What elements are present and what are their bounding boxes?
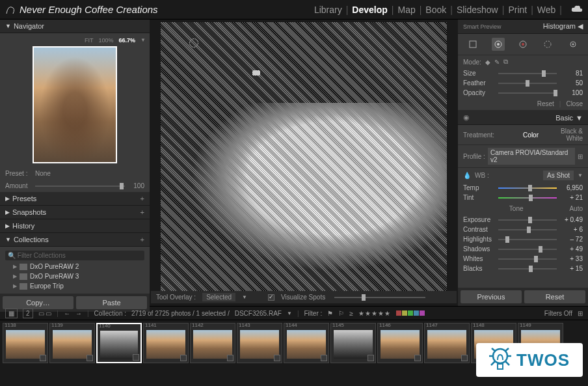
module-map[interactable]: Map: [397, 5, 415, 15]
flag-pick-icon[interactable]: ⚑: [327, 310, 333, 317]
view-index[interactable]: 2: [23, 309, 33, 318]
blacks-slider[interactable]: [498, 268, 557, 269]
filmstrip-thumb[interactable]: 1146: [377, 323, 423, 363]
filmstrip-thumb[interactable]: 1147: [424, 323, 470, 363]
gear-icon[interactable]: [567, 38, 580, 51]
module-book[interactable]: Book: [425, 5, 446, 15]
exposure-slider[interactable]: [498, 219, 557, 221]
whites-slider[interactable]: [498, 258, 557, 260]
heal-tool-icon[interactable]: [492, 38, 505, 51]
reset-button[interactable]: Reset: [524, 290, 585, 303]
feather-slider[interactable]: [498, 83, 557, 84]
flag-reject-icon[interactable]: ⚐: [338, 310, 344, 317]
filmstrip-thumb[interactable]: 1140: [96, 323, 142, 363]
module-web[interactable]: Web: [537, 5, 556, 15]
temp-slider[interactable]: [498, 187, 557, 189]
plus-icon[interactable]: +: [140, 195, 144, 202]
visualize-spots-checkbox[interactable]: [268, 294, 274, 301]
zoom-fit[interactable]: FIT: [85, 37, 94, 44]
module-library[interactable]: Library: [314, 5, 342, 15]
navigator-thumbnail[interactable]: [33, 46, 117, 163]
redeye-tool-icon[interactable]: [516, 38, 529, 51]
module-slideshow[interactable]: Slideshow: [457, 5, 498, 15]
chevron-down-icon[interactable]: ▼: [287, 310, 292, 316]
nav-back-icon[interactable]: ←: [64, 310, 70, 317]
copy-button[interactable]: Copy…: [3, 296, 74, 309]
shadows-slider-row: Shadows+ 49: [458, 244, 588, 254]
filter-collections-input[interactable]: 🔍 Filter Collections: [5, 251, 144, 260]
badge-icon: [133, 354, 139, 361]
collection-item[interactable]: ▶DxO PureRAW 3: [0, 271, 150, 281]
collection-item[interactable]: ▶DxO PureRAW 2: [0, 262, 150, 271]
history-header[interactable]: ▶ History: [0, 219, 150, 233]
filmstrip-thumb[interactable]: 1143: [237, 323, 282, 363]
presets-header[interactable]: ▶ Presets +: [0, 192, 150, 206]
size-slider[interactable]: [498, 73, 557, 74]
zoom-chevron-icon[interactable]: ▼: [140, 37, 146, 44]
nav-forward-icon[interactable]: →: [75, 310, 82, 317]
treatment-bw[interactable]: Black & White: [544, 128, 583, 142]
chevron-down-icon[interactable]: ▼: [242, 294, 247, 300]
wb-select[interactable]: As Shot: [543, 171, 574, 180]
profile-select[interactable]: Camera PROVIA/Standard v2: [488, 148, 575, 165]
clone-mode-icon[interactable]: ⧉: [503, 58, 508, 66]
chevron-down-icon[interactable]: ▼: [578, 172, 583, 178]
visualize-threshold-slider[interactable]: [334, 297, 425, 298]
tool-overlay-mode[interactable]: Selected: [202, 293, 235, 301]
eyedropper-icon[interactable]: 💧: [463, 172, 471, 179]
zoom-custom[interactable]: 66.7%: [119, 37, 136, 44]
opacity-slider[interactable]: [498, 92, 557, 94]
amount-slider[interactable]: [35, 186, 125, 187]
grid-view-icon[interactable]: ▦: [5, 309, 18, 318]
basic-panel-header[interactable]: ◉ Basic ▼: [458, 111, 588, 125]
profile-browser-icon[interactable]: ⊞: [578, 153, 583, 160]
filmstrip-thumb[interactable]: 1145: [330, 323, 376, 363]
treatment-color[interactable]: Color: [500, 131, 539, 139]
zoom-100[interactable]: 100%: [99, 37, 114, 44]
color-labels[interactable]: [396, 310, 425, 316]
brush-reset[interactable]: Reset: [537, 100, 554, 107]
previous-button[interactable]: Previous: [461, 290, 522, 303]
collection-label: Europe Trip: [30, 283, 64, 290]
module-print[interactable]: Print: [508, 5, 527, 15]
highlights-slider[interactable]: [498, 239, 557, 240]
filmstrip-thumb[interactable]: 1141: [143, 323, 189, 363]
collections-header[interactable]: ▼ Collections +: [0, 233, 150, 247]
image-preview[interactable]: [161, 22, 447, 291]
shadows-slider[interactable]: [498, 249, 557, 250]
plus-icon[interactable]: +: [140, 208, 144, 216]
brush-close[interactable]: Close: [566, 100, 583, 107]
cloud-sync-icon[interactable]: [571, 5, 583, 15]
collection-item[interactable]: ▶Europe Trip: [0, 281, 150, 291]
slider-value: + 15: [559, 265, 583, 272]
rating-filter[interactable]: ★★★★★: [358, 310, 391, 317]
tool-overlay-label: Tool Overlay :: [156, 294, 196, 301]
filmstrip-thumb[interactable]: 1139: [49, 323, 95, 363]
layout-icons[interactable]: ▭ ▭: [38, 310, 52, 317]
center-preview-area: Tool Overlay : Selected ▼ Visualize Spot…: [150, 20, 458, 306]
module-develop[interactable]: Develop: [352, 5, 387, 15]
filters-off-label[interactable]: Filters Off: [544, 310, 572, 317]
plus-icon[interactable]: +: [140, 236, 144, 243]
heal-mode-icon[interactable]: ✎: [494, 59, 500, 66]
filmstrip-thumb[interactable]: 1144: [284, 323, 329, 363]
eye-icon[interactable]: ◉: [463, 113, 470, 122]
eraser-mode-icon[interactable]: ◆: [485, 59, 490, 66]
slider-label: Whites: [463, 255, 496, 262]
filmstrip-thumb[interactable]: 1138: [3, 323, 48, 363]
filmstrip-thumb[interactable]: 1142: [190, 323, 235, 363]
heal-spot-indicator[interactable]: [189, 38, 198, 48]
auto-tone-button[interactable]: Auto: [569, 205, 583, 212]
chevron-down-icon: ▼: [576, 114, 583, 122]
paste-button[interactable]: Paste: [76, 296, 147, 309]
tint-slider[interactable]: [498, 197, 557, 199]
navigator-header[interactable]: ▼ Navigator: [0, 20, 150, 33]
contrast-slider[interactable]: [498, 229, 557, 230]
filter-lock-icon[interactable]: ⊞: [578, 310, 583, 317]
tint-slider-row: Tint + 21: [458, 193, 588, 202]
crop-tool-icon[interactable]: [466, 38, 479, 51]
histogram-header[interactable]: Smart Preview Histogram ◀: [458, 20, 588, 34]
right-panel: Smart Preview Histogram ◀ Mode: ◆ ✎ ⧉ Si…: [458, 20, 588, 306]
mask-tool-icon[interactable]: [541, 38, 554, 51]
snapshots-header[interactable]: ▶ Snapshots +: [0, 206, 150, 219]
